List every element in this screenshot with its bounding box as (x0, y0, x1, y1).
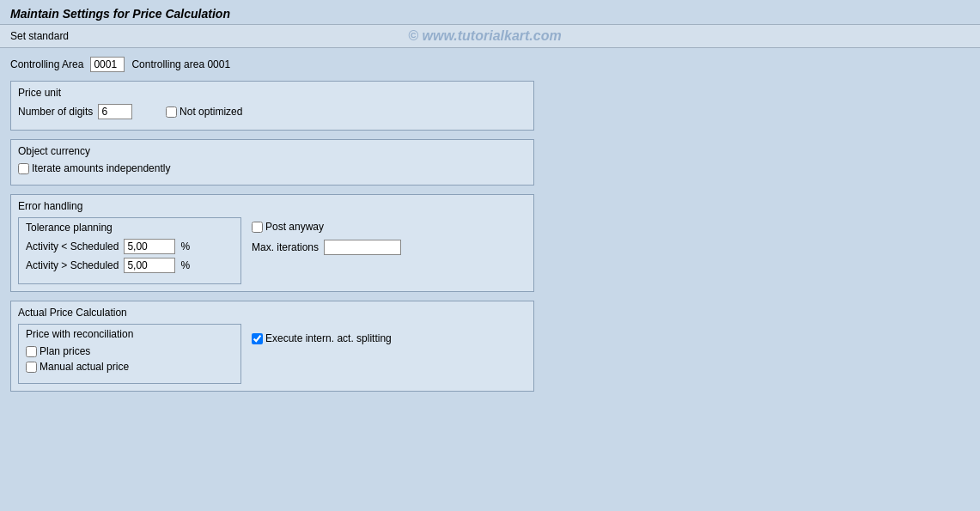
tolerance-planning-box: Tolerance planning Activity < Scheduled … (18, 217, 241, 284)
object-currency-title: Object currency (18, 145, 527, 157)
plan-prices-label: Plan prices (26, 345, 90, 357)
main-window: Maintain Settings for Price Calculation … (0, 0, 980, 511)
iterate-label: Iterate amounts independently (18, 162, 170, 174)
price-unit-section: Price unit Number of digits Not optimize… (10, 81, 534, 131)
max-iterations-label: Max. iterations (252, 241, 319, 253)
manual-actual-price-row: Manual actual price (26, 361, 234, 373)
actual-price-calculation-section: Actual Price Calculation Price with reco… (10, 301, 534, 392)
not-optimized-checkbox[interactable] (166, 106, 177, 118)
actual-price-inner: Price with reconciliation Plan prices Ma… (18, 324, 527, 384)
error-handling-section: Error handling Tolerance planning Activi… (10, 194, 534, 292)
reconciliation-title: Price with reconciliation (26, 328, 234, 340)
activity-greater-unit: % (180, 259, 190, 271)
page-title: Maintain Settings for Price Calculation (10, 7, 230, 21)
reconciliation-box: Price with reconciliation Plan prices Ma… (18, 324, 241, 384)
not-optimized-label: Not optimized (166, 106, 242, 118)
title-bar: Maintain Settings for Price Calculation (0, 0, 980, 24)
post-anyway-checkbox[interactable] (252, 222, 263, 233)
post-anyway-label: Post anyway (252, 221, 423, 233)
error-handling-inner: Tolerance planning Activity < Scheduled … (18, 217, 527, 284)
object-currency-row: Iterate amounts independently (18, 162, 527, 174)
controlling-area-description: Controlling area 0001 (131, 58, 230, 70)
controlling-area-input[interactable] (90, 57, 125, 72)
set-standard-label: Set standard (10, 30, 69, 42)
number-of-digits-label: Number of digits (18, 106, 93, 118)
main-content: Price unit Number of digits Not optimize… (10, 81, 534, 392)
watermark: © www.tutorialkart.com (408, 28, 561, 44)
execute-section: Execute intern. act. splitting (252, 324, 423, 344)
execute-checkbox[interactable] (252, 333, 263, 344)
plan-prices-row: Plan prices (26, 345, 234, 357)
activity-less-label: Activity < Scheduled (26, 240, 119, 252)
execute-label: Execute intern. act. splitting (252, 327, 423, 344)
number-of-digits-input[interactable] (98, 104, 132, 119)
manual-actual-price-checkbox[interactable] (26, 362, 37, 373)
error-handling-right: Post anyway Max. iterations (252, 217, 423, 284)
activity-less-input[interactable] (124, 239, 175, 254)
activity-less-unit: % (180, 240, 190, 252)
iterate-checkbox[interactable] (18, 163, 29, 174)
activity-greater-input[interactable] (124, 258, 175, 273)
content-area: Controlling Area Controlling area 0001 P… (0, 48, 980, 409)
activity-less-row: Activity < Scheduled % (26, 239, 234, 254)
error-handling-title: Error handling (18, 200, 527, 212)
manual-actual-price-label: Manual actual price (26, 361, 129, 373)
object-currency-section: Object currency Iterate amounts independ… (10, 139, 534, 186)
max-iterations-input[interactable] (324, 240, 401, 255)
activity-greater-row: Activity > Scheduled % (26, 258, 234, 273)
controlling-area-label: Controlling Area (10, 58, 83, 70)
max-iterations-row: Max. iterations (252, 240, 423, 255)
tolerance-planning-title: Tolerance planning (26, 222, 234, 234)
price-unit-row: Number of digits Not optimized (18, 104, 527, 119)
actual-price-title: Actual Price Calculation (18, 307, 527, 319)
toolbar: Set standard © www.tutorialkart.com (0, 24, 980, 48)
plan-prices-checkbox[interactable] (26, 346, 37, 357)
activity-greater-label: Activity > Scheduled (26, 259, 119, 271)
price-unit-title: Price unit (18, 87, 527, 99)
controlling-area-row: Controlling Area Controlling area 0001 (10, 57, 970, 72)
